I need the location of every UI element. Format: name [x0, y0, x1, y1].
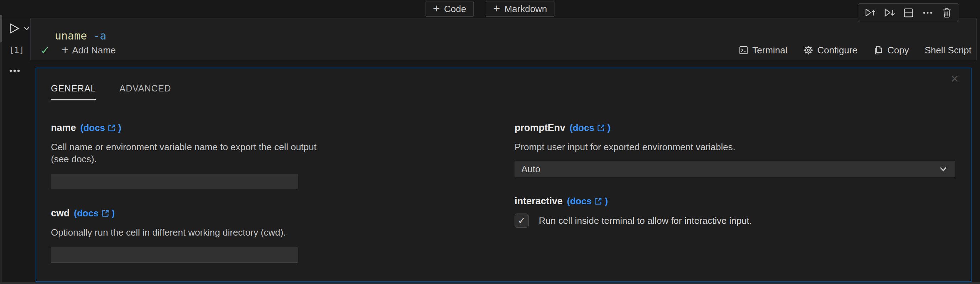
run-cell-button[interactable] [7, 21, 30, 36]
bottom-edge-strip [0, 282, 980, 284]
scrollbar-track[interactable] [0, 15, 2, 284]
delete-cell-button[interactable] [938, 5, 956, 21]
tab-advanced[interactable]: ADVANCED [119, 83, 171, 100]
external-link-icon [107, 124, 116, 132]
split-cell-icon [902, 6, 915, 19]
add-code-label: Code [444, 3, 466, 14]
close-icon[interactable]: × [951, 72, 959, 86]
panel-column-left: name (docs ) Cell name or environment va… [51, 122, 319, 281]
plus-icon: + [493, 3, 500, 14]
cwd-field-description: Optionally run the cell in different wor… [51, 226, 319, 238]
name-input[interactable] [51, 174, 298, 189]
trash-icon [940, 6, 953, 19]
copy-button[interactable]: Copy [873, 45, 909, 56]
name-field-label: name [51, 122, 76, 133]
interactive-field-label: interactive [515, 196, 563, 207]
terminal-icon [738, 45, 749, 56]
add-name-button[interactable]: + Add Name [62, 44, 116, 56]
name-docs-link[interactable]: (docs ) [81, 122, 121, 133]
execute-below-button[interactable] [880, 5, 898, 21]
docs-link-open: (docs [74, 208, 99, 219]
cell-status-actions: Terminal Configure [738, 45, 972, 56]
code-flag: -a [87, 30, 106, 42]
chevron-down-icon [23, 25, 30, 32]
panel-column-right: promptEnv (docs ) Prompt user input for … [515, 122, 955, 246]
add-markdown-label: Markdown [504, 3, 547, 14]
execute-above-button[interactable] [861, 5, 879, 21]
success-check-icon: ✓ [41, 44, 49, 57]
gear-icon [803, 45, 814, 56]
external-link-icon [101, 209, 110, 218]
split-cell-button[interactable] [899, 5, 917, 21]
execution-count: [1] [9, 46, 24, 55]
cwd-field-label: cwd [51, 208, 70, 219]
cwd-input[interactable] [51, 247, 298, 263]
notebook-toolbar: + Code + Markdown [0, 0, 980, 18]
external-link-icon [593, 197, 603, 206]
name-field-description: Cell name or environment variable name t… [51, 141, 319, 165]
language-label: Shell Script [925, 45, 972, 56]
copy-label: Copy [888, 45, 909, 56]
promptenv-field-description: Prompt user input for exported environme… [515, 141, 955, 153]
interactive-checkbox-label: Run cell inside terminal to allow for in… [539, 215, 752, 226]
panel-tabs: GENERAL ADVANCED [51, 83, 171, 100]
field-interactive: interactive (docs ) ✓ Run cell ins [515, 195, 955, 228]
interactive-checkbox-row: ✓ Run cell inside terminal to allow for … [515, 214, 955, 228]
docs-link-close: ) [608, 122, 611, 133]
promptenv-field-label: promptEnv [515, 122, 565, 133]
plus-icon: + [62, 44, 68, 56]
execute-above-icon [864, 6, 877, 19]
promptenv-docs-link[interactable]: (docs ) [570, 122, 611, 133]
cell-configure-panel: × GENERAL ADVANCED name (docs ) [36, 68, 972, 282]
add-code-button[interactable]: + Code [426, 1, 474, 17]
tab-general[interactable]: GENERAL [51, 83, 96, 100]
notebook-cell: uname -a ✓ + Add Name Terminal [30, 19, 977, 60]
docs-link-open: (docs [567, 196, 592, 207]
interactive-checkbox[interactable]: ✓ [515, 214, 529, 228]
copy-icon [873, 45, 884, 56]
configure-label: Configure [817, 45, 858, 56]
docs-link-close: ) [118, 122, 121, 133]
configure-button[interactable]: Configure [803, 45, 858, 56]
docs-link-open: (docs [81, 122, 105, 133]
code-command: uname [55, 30, 87, 42]
field-promptenv: promptEnv (docs ) Prompt user input for … [515, 122, 955, 177]
below-cell-more-actions-icon[interactable] [8, 67, 21, 75]
cell-action-toolbar [858, 3, 959, 22]
docs-link-close: ) [112, 208, 115, 219]
terminal-button[interactable]: Terminal [738, 45, 788, 56]
scrollbar-thumb[interactable] [0, 15, 2, 42]
more-actions-button[interactable] [919, 5, 937, 21]
chevron-down-icon [938, 164, 948, 174]
execute-below-icon [883, 6, 896, 19]
run-icon [7, 21, 21, 36]
terminal-label: Terminal [752, 45, 788, 56]
language-picker-button[interactable]: Shell Script [925, 45, 972, 56]
external-link-icon [597, 124, 605, 132]
promptenv-select[interactable]: Auto [515, 161, 955, 177]
more-actions-icon [921, 6, 934, 19]
add-markdown-button[interactable]: + Markdown [486, 1, 554, 17]
field-cwd: cwd (docs ) Optionally run the cell in d… [51, 207, 319, 263]
cell-code-editor[interactable]: uname -a [55, 30, 107, 42]
checkmark-icon: ✓ [518, 215, 526, 226]
add-name-label: Add Name [72, 45, 116, 56]
field-name: name (docs ) Cell name or environment va… [51, 122, 319, 189]
cell-status-bar: ✓ + Add Name Terminal [30, 42, 977, 60]
docs-link-close: ) [605, 196, 608, 207]
promptenv-select-value: Auto [521, 164, 541, 175]
docs-link-open: (docs [570, 122, 594, 133]
plus-icon: + [433, 3, 440, 14]
cwd-docs-link[interactable]: (docs ) [74, 208, 115, 219]
interactive-docs-link[interactable]: (docs ) [567, 196, 608, 207]
